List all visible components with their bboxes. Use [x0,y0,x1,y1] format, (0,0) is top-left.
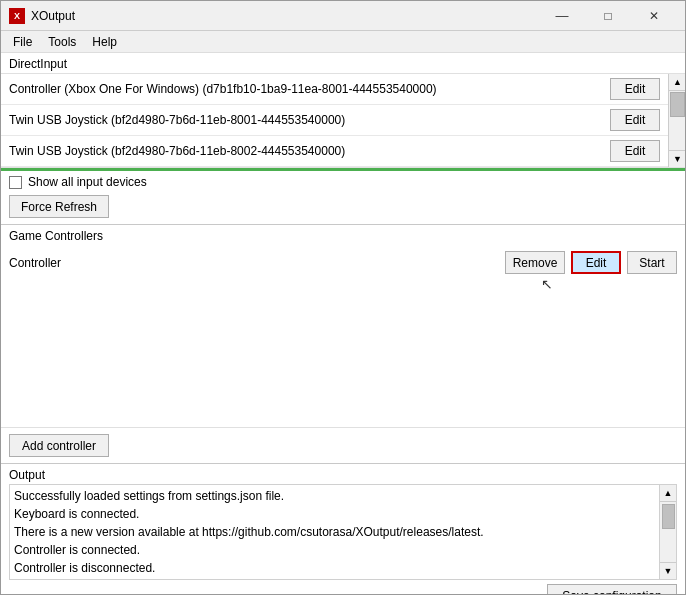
controller-list-area [1,292,685,427]
device-name-1: Controller (Xbox One For Windows) (d7b1f… [9,82,610,96]
close-button[interactable]: ✕ [631,1,677,31]
direct-input-section: DirectInput Controller (Xbox One For Win… [1,53,685,224]
save-config-button[interactable]: Save configuration [547,584,677,594]
output-scroll-up[interactable]: ▲ [660,485,676,502]
force-refresh-row: Force Refresh [1,193,685,224]
start-button[interactable]: Start [627,251,677,274]
maximize-button[interactable]: □ [585,1,631,31]
scroll-up-arrow[interactable]: ▲ [669,74,685,91]
output-log-wrapper: Successfully loaded settings from settin… [9,484,677,580]
minimize-button[interactable]: — [539,1,585,31]
show-all-checkbox[interactable] [9,176,22,189]
log-line-0: Successfully loaded settings from settin… [14,487,655,505]
device-row-2: Twin USB Joystick (bf2d4980-7b6d-11eb-80… [1,105,668,136]
output-log[interactable]: Successfully loaded settings from settin… [9,484,660,580]
add-controller-button[interactable]: Add controller [9,434,109,457]
app-icon: X [9,8,25,24]
output-footer: Save configuration [1,580,685,594]
cursor-area: ↖ [1,276,577,292]
game-controllers-label: Game Controllers [1,225,685,245]
title-controls: — □ ✕ [539,1,677,31]
log-line-2: There is a new version available at http… [14,523,655,541]
device-list: Controller (Xbox One For Windows) (d7b1f… [1,74,668,167]
window-title: XOutput [31,9,75,23]
output-scroll-thumb[interactable] [662,504,675,529]
add-controller-row: Add controller [1,427,685,463]
controller-row: Controller Remove Edit Start [1,245,685,280]
show-all-row: Show all input devices [1,171,685,193]
device-scrollbar[interactable]: ▲ ▼ [668,74,685,167]
output-scrollbar[interactable]: ▲ ▼ [660,484,677,580]
device-name-3: Twin USB Joystick (bf2d4980-7b6d-11eb-80… [9,144,610,158]
device-row-3: Twin USB Joystick (bf2d4980-7b6d-11eb-80… [1,136,668,167]
log-line-3: Controller is connected. [14,541,655,559]
title-bar-left: X XOutput [9,8,75,24]
direct-input-label: DirectInput [1,53,685,73]
edit-button-3[interactable]: Edit [610,140,660,162]
edit-highlighted-button[interactable]: Edit [571,251,621,274]
menu-bar: File Tools Help [1,31,685,53]
edit-button-1[interactable]: Edit [610,78,660,100]
log-line-1: Keyboard is connected. [14,505,655,523]
menu-tools[interactable]: Tools [40,33,84,51]
window: X XOutput — □ ✕ File Tools Help DirectIn… [0,0,686,595]
log-line-4: Controller is disconnected. [14,559,655,577]
edit-button-2[interactable]: Edit [610,109,660,131]
show-all-label[interactable]: Show all input devices [28,175,147,189]
game-controllers-section: Game Controllers Controller Remove Edit … [1,225,685,463]
device-list-wrapper: Controller (Xbox One For Windows) (d7b1f… [1,73,685,168]
force-refresh-button[interactable]: Force Refresh [9,195,109,218]
output-scroll-down[interactable]: ▼ [660,562,676,579]
controller-label: Controller [9,256,499,270]
output-label: Output [1,464,685,484]
title-bar: X XOutput — □ ✕ [1,1,685,31]
output-section: Output Successfully loaded settings from… [1,464,685,594]
device-row-1: Controller (Xbox One For Windows) (d7b1f… [1,74,668,105]
menu-file[interactable]: File [5,33,40,51]
remove-button[interactable]: Remove [505,251,565,274]
scroll-thumb[interactable] [670,92,685,117]
mouse-cursor: ↖ [541,276,553,292]
menu-help[interactable]: Help [84,33,125,51]
device-name-2: Twin USB Joystick (bf2d4980-7b6d-11eb-80… [9,113,610,127]
main-content: DirectInput Controller (Xbox One For Win… [1,53,685,594]
scroll-down-arrow[interactable]: ▼ [669,150,685,167]
